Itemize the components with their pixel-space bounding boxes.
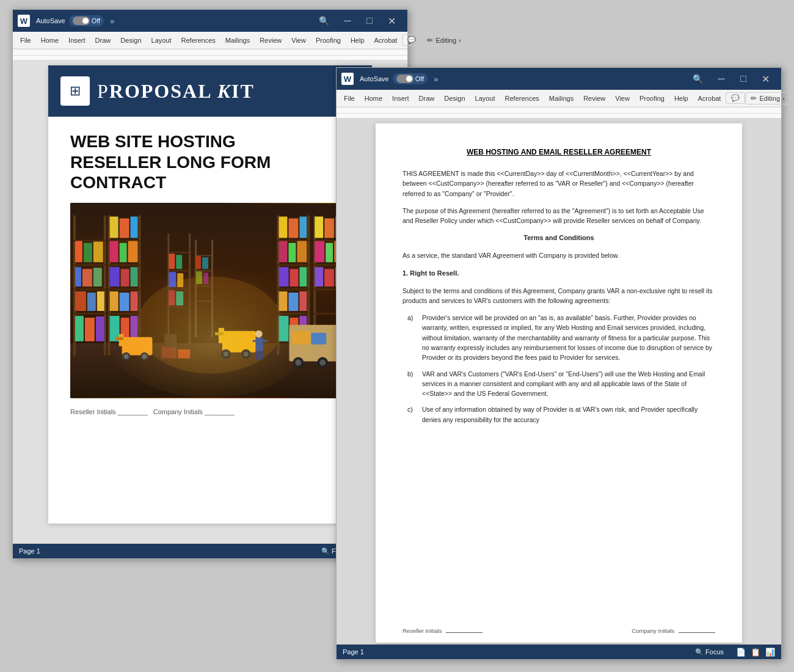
tab-home-1[interactable]: Home bbox=[36, 35, 64, 45]
tab-file-2[interactable]: File bbox=[339, 93, 360, 103]
layout-icon-2[interactable]: 📄 bbox=[736, 648, 746, 657]
expand-icon-2[interactable]: » bbox=[434, 75, 438, 84]
zoom-icon-2[interactable]: 📊 bbox=[765, 648, 775, 657]
autosave-toggle-2[interactable]: Off bbox=[393, 73, 428, 84]
svg-rect-71 bbox=[288, 218, 298, 238]
maximize-button-2[interactable]: □ bbox=[732, 68, 754, 90]
tab-file-1[interactable]: File bbox=[15, 35, 36, 45]
cover-page: ⊞ PROPOSAL KIT WEB SITE HOSTING RESELLER… bbox=[48, 65, 372, 524]
svg-rect-12 bbox=[75, 267, 81, 287]
svg-rect-94 bbox=[315, 241, 324, 262]
tab-design-1[interactable]: Design bbox=[115, 35, 146, 45]
tab-references-2[interactable]: References bbox=[500, 93, 544, 103]
comment-icon-1: 💬 bbox=[407, 36, 416, 44]
svg-rect-91 bbox=[315, 216, 323, 238]
svg-rect-16 bbox=[87, 293, 96, 311]
tab-mailings-2[interactable]: Mailings bbox=[544, 93, 578, 103]
svg-rect-44 bbox=[167, 252, 191, 253]
svg-rect-9 bbox=[75, 241, 82, 262]
autosave-toggle-1[interactable]: Off bbox=[69, 15, 104, 26]
footer-company-label: Company Initials bbox=[632, 627, 674, 634]
contract-title: WEB HOSTING AND EMAIL RESELLER AGREEMENT bbox=[402, 148, 715, 156]
svg-rect-73 bbox=[279, 241, 288, 262]
tab-review-1[interactable]: Review bbox=[255, 35, 286, 45]
close-button-2[interactable]: ✕ bbox=[754, 68, 776, 90]
svg-rect-7 bbox=[73, 288, 106, 290]
tab-insert-1[interactable]: Insert bbox=[64, 35, 90, 45]
view-icon-2[interactable]: 📋 bbox=[751, 648, 760, 657]
svg-rect-18 bbox=[75, 316, 84, 341]
tab-layout-2[interactable]: Layout bbox=[470, 93, 500, 103]
tab-layout-1[interactable]: Layout bbox=[147, 35, 177, 45]
close-button-1[interactable]: ✕ bbox=[381, 10, 402, 32]
tab-proofing-2[interactable]: Proofing bbox=[635, 93, 669, 103]
tab-acrobat-2[interactable]: Acrobat bbox=[693, 93, 726, 103]
cover-body: WEB SITE HOSTING RESELLER LONG FORM CONT… bbox=[48, 117, 372, 430]
svg-rect-33 bbox=[110, 267, 120, 287]
search-button-2[interactable]: 🔍 bbox=[689, 73, 707, 85]
footer-reseller-label: Reseller Initials bbox=[402, 627, 442, 634]
tab-draw-1[interactable]: Draw bbox=[90, 35, 116, 45]
minimize-button-1[interactable]: ─ bbox=[337, 10, 359, 32]
expand-icon-1[interactable]: » bbox=[110, 16, 114, 26]
cover-initials: Reseller Initials ________ Company Initi… bbox=[70, 408, 350, 415]
contract-para-1: THIS AGREEMENT is made this <<CurrentDay… bbox=[402, 169, 715, 199]
status-icons-2: 📄 📋 📊 bbox=[736, 648, 775, 657]
maximize-button-1[interactable]: □ bbox=[359, 10, 381, 32]
item-c-text: Use of any information obtained by way o… bbox=[422, 404, 715, 425]
focus-icon-2[interactable]: 🔍 Focus bbox=[695, 648, 724, 656]
tab-help-1[interactable]: Help bbox=[346, 35, 370, 45]
tab-view-1[interactable]: View bbox=[286, 35, 311, 45]
status-bar-2: Page 1 🔍 Focus 📄 📋 📊 bbox=[337, 645, 781, 659]
doc-area-2[interactable]: WEB HOSTING AND EMAIL RESELLER AGREEMENT… bbox=[337, 119, 781, 645]
svg-rect-10 bbox=[84, 243, 92, 262]
comment-button-2[interactable]: 💬 bbox=[726, 92, 745, 104]
minimize-button-2[interactable]: ─ bbox=[710, 68, 732, 90]
toggle-track-1 bbox=[73, 16, 90, 25]
terms-title: Terms and Conditions bbox=[402, 233, 715, 243]
tab-help-2[interactable]: Help bbox=[669, 93, 693, 103]
ribbon-tabs-1: File Home Insert Draw Design Layout Refe… bbox=[13, 32, 407, 49]
cover-header: ⊞ PROPOSAL KIT bbox=[48, 65, 372, 117]
editing-button-1[interactable]: ✏ Editing › bbox=[421, 34, 466, 46]
search-button-1[interactable]: 🔍 bbox=[315, 15, 333, 27]
tab-mailings-1[interactable]: Mailings bbox=[220, 35, 255, 45]
tab-review-2[interactable]: Review bbox=[578, 93, 610, 103]
editing-label-2: Editing bbox=[759, 95, 780, 102]
toggle-knob-1 bbox=[82, 18, 89, 24]
editing-label-1: Editing bbox=[435, 37, 456, 44]
tab-design-2[interactable]: Design bbox=[439, 93, 470, 103]
svg-rect-32 bbox=[128, 241, 138, 262]
tab-home-2[interactable]: Home bbox=[360, 93, 387, 103]
toggle-track-2 bbox=[396, 75, 413, 83]
svg-rect-97 bbox=[315, 267, 323, 287]
svg-point-128 bbox=[319, 359, 326, 365]
svg-rect-29 bbox=[131, 216, 138, 238]
tab-draw-2[interactable]: Draw bbox=[414, 93, 440, 103]
tab-acrobat-1[interactable]: Acrobat bbox=[370, 35, 402, 45]
svg-point-131 bbox=[101, 252, 319, 398]
ribbon-1: File Home Insert Draw Design Layout Refe… bbox=[13, 32, 407, 49]
ruler-line-1 bbox=[13, 55, 407, 56]
ruler-line-2 bbox=[337, 113, 781, 114]
window-controls-2: ─ □ ✕ bbox=[710, 68, 776, 90]
editing-button-2[interactable]: ✏ Editing › bbox=[745, 92, 790, 104]
tab-insert-2[interactable]: Insert bbox=[387, 93, 414, 103]
footer-line-2 bbox=[679, 632, 715, 633]
toggle-label-1: Off bbox=[92, 17, 100, 24]
ruler-2 bbox=[337, 108, 781, 119]
comment-button-1[interactable]: 💬 bbox=[402, 34, 421, 46]
svg-rect-31 bbox=[120, 243, 127, 262]
ribbon-tabs-2: File Home Insert Draw Design Layout Refe… bbox=[337, 90, 781, 107]
svg-rect-27 bbox=[110, 216, 118, 238]
tab-references-1[interactable]: References bbox=[177, 35, 220, 45]
editing-dropdown-icon-2: › bbox=[782, 95, 785, 102]
editing-dropdown-icon-1: › bbox=[459, 37, 461, 44]
tab-view-2[interactable]: View bbox=[610, 93, 635, 103]
ribbon-2: File Home Insert Draw Design Layout Refe… bbox=[337, 90, 781, 108]
tab-proofing-1[interactable]: Proofing bbox=[311, 35, 346, 45]
svg-rect-75 bbox=[297, 241, 307, 262]
contract-item-c: c) Use of any information obtained by wa… bbox=[402, 404, 715, 425]
svg-rect-30 bbox=[110, 241, 118, 262]
pencil-icon-2: ✏ bbox=[751, 94, 757, 103]
